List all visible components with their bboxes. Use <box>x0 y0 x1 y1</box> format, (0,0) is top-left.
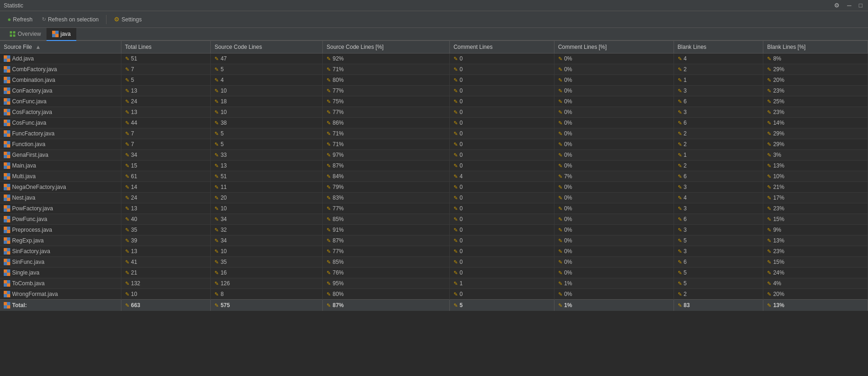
cell-source-code-lines-pct: ✎71% <box>322 139 449 150</box>
cell-comment-lines-pct: ✎0% <box>554 139 674 150</box>
table-row[interactable]: Preprocess.java ✎35 ✎32 ✎91% ✎0 ✎0% ✎3 ✎… <box>0 225 868 235</box>
col-blank-lines[interactable]: Blank Lines <box>674 41 763 54</box>
col-source-file[interactable]: Source File ▲ <box>0 41 121 54</box>
svg-rect-42 <box>4 144 7 148</box>
cell-source-file: CombFactory.java <box>0 64 121 75</box>
cell-blank-lines: ✎5 <box>674 268 763 278</box>
svg-rect-44 <box>4 152 7 155</box>
svg-rect-56 <box>4 184 7 187</box>
table-row[interactable]: Combination.java ✎5 ✎4 ✎80% ✎0 ✎0% ✎1 ✎2… <box>0 75 868 86</box>
cell-blank-lines-pct: ✎8% <box>763 54 868 64</box>
cell-blank-lines-pct: ✎29% <box>763 64 868 75</box>
cell-total-lines: ✎13 <box>121 86 211 96</box>
cell-source-code-lines-pct: ✎77% <box>322 86 449 96</box>
col-source-code-lines-pct[interactable]: Source Code Lines [%] <box>322 41 449 54</box>
cell-blank-lines-pct: ✎15% <box>763 257 868 268</box>
cell-blank-lines: ✎6 <box>674 96 763 107</box>
svg-rect-47 <box>7 155 10 158</box>
table-row[interactable]: Single.java ✎21 ✎16 ✎76% ✎0 ✎0% ✎5 ✎24% <box>0 268 868 278</box>
cell-source-file: SinFactory.java <box>0 246 121 257</box>
tab-java[interactable]: java <box>47 28 76 41</box>
svg-rect-45 <box>7 152 10 155</box>
cell-comment-lines-pct: ✎0% <box>554 214 674 225</box>
cell-comment-lines: ✎0 <box>449 257 554 268</box>
toolbar: ● Refresh ↻ Refresh on selection ⚙ Setti… <box>0 11 868 28</box>
table-row[interactable]: SinFactory.java ✎13 ✎10 ✎77% ✎0 ✎0% ✎3 ✎… <box>0 246 868 257</box>
cell-source-file: Main.java <box>0 161 121 171</box>
svg-rect-46 <box>4 155 7 158</box>
cell-source-code-lines: ✎10 <box>211 107 323 118</box>
table-row[interactable]: ConFactory.java ✎13 ✎10 ✎77% ✎0 ✎0% ✎3 ✎… <box>0 86 868 96</box>
cell-source-code-lines: ✎34 <box>211 214 323 225</box>
svg-rect-100 <box>4 302 7 305</box>
svg-rect-81 <box>7 248 10 251</box>
svg-rect-35 <box>7 123 10 126</box>
table-row[interactable]: PowFactory.java ✎13 ✎10 ✎77% ✎0 ✎0% ✎3 ✎… <box>0 203 868 214</box>
refresh-on-selection-button[interactable]: ↻ Refresh on selection <box>38 14 102 25</box>
overview-icon <box>9 31 16 37</box>
table-row[interactable]: Add.java ✎51 ✎47 ✎92% ✎0 ✎0% ✎4 ✎8% <box>0 54 868 64</box>
table-row[interactable]: Multi.java ✎61 ✎51 ✎84% ✎4 ✎7% ✎6 ✎10% <box>0 171 868 182</box>
svg-rect-96 <box>4 291 7 294</box>
refresh-label: Refresh <box>13 16 33 23</box>
cell-source-file: Combination.java <box>0 75 121 86</box>
settings-icon-title[interactable]: ⚙ <box>832 1 841 10</box>
settings-button[interactable]: ⚙ Settings <box>110 14 145 25</box>
table-row[interactable]: PowFunc.java ✎40 ✎34 ✎85% ✎0 ✎0% ✎6 ✎15% <box>0 214 868 225</box>
restore-btn[interactable]: □ <box>857 1 864 10</box>
cell-source-file: PowFunc.java <box>0 214 121 225</box>
cell-total-lines: ✎13 <box>121 246 211 257</box>
cell-blank-lines-pct: ✎14% <box>763 118 868 128</box>
table-footer-row: Total: ✎663 ✎575 ✎87% ✎5 ✎1% ✎83 ✎13% <box>0 300 868 311</box>
svg-rect-49 <box>7 162 10 166</box>
table-row[interactable]: CosFactory.java ✎13 ✎10 ✎77% ✎0 ✎0% ✎3 ✎… <box>0 107 868 118</box>
table-row[interactable]: Function.java ✎7 ✎5 ✎71% ✎0 ✎0% ✎2 ✎29% <box>0 139 868 150</box>
svg-rect-7 <box>55 34 59 37</box>
table-row[interactable]: GenaFirst.java ✎34 ✎33 ✎97% ✎0 ✎0% ✎1 ✎3… <box>0 150 868 161</box>
col-comment-lines[interactable]: Comment Lines <box>449 41 554 54</box>
cell-comment-lines-pct: ✎1% <box>554 278 674 289</box>
table-row[interactable]: SinFunc.java ✎41 ✎35 ✎85% ✎0 ✎0% ✎6 ✎15% <box>0 257 868 268</box>
table-row[interactable]: CombFactory.java ✎7 ✎5 ✎71% ✎0 ✎0% ✎2 ✎2… <box>0 64 868 75</box>
cell-total-lines: ✎7 <box>121 139 211 150</box>
tab-overview[interactable]: Overview <box>4 28 47 41</box>
cell-source-file: ConFunc.java <box>0 96 121 107</box>
cell-comment-lines: ✎0 <box>449 150 554 161</box>
svg-rect-43 <box>7 144 10 148</box>
svg-rect-39 <box>7 134 10 137</box>
svg-rect-73 <box>7 227 10 230</box>
table-row[interactable]: WrongFormat.java ✎10 ✎8 ✎80% ✎0 ✎0% ✎2 ✎… <box>0 289 868 300</box>
table-row[interactable]: CosFunc.java ✎44 ✎38 ✎86% ✎0 ✎0% ✎6 ✎14% <box>0 118 868 128</box>
cell-source-code-lines: ✎10 <box>211 86 323 96</box>
cell-blank-lines-pct: ✎23% <box>763 246 868 257</box>
cell-blank-lines-pct: ✎20% <box>763 289 868 300</box>
cell-source-code-lines-pct: ✎80% <box>322 75 449 86</box>
table-row[interactable]: NegaOneFactory.java ✎14 ✎11 ✎79% ✎0 ✎0% … <box>0 182 868 193</box>
table-header-row: Source File ▲ Total Lines Source Code Li… <box>0 41 868 54</box>
table-row[interactable]: RegExp.java ✎39 ✎34 ✎87% ✎0 ✎0% ✎5 ✎13% <box>0 235 868 246</box>
cell-blank-lines: ✎2 <box>674 64 763 75</box>
cell-source-code-lines: ✎11 <box>211 182 323 193</box>
svg-rect-58 <box>4 187 7 190</box>
col-total-lines[interactable]: Total Lines <box>121 41 211 54</box>
svg-rect-65 <box>7 205 10 208</box>
table-row[interactable]: Main.java ✎15 ✎13 ✎87% ✎0 ✎0% ✎2 ✎13% <box>0 161 868 171</box>
col-source-code-lines[interactable]: Source Code Lines <box>211 41 323 54</box>
table-row[interactable]: Nest.java ✎24 ✎20 ✎83% ✎0 ✎0% ✎4 ✎17% <box>0 193 868 203</box>
cell-blank-lines: ✎3 <box>674 86 763 96</box>
refresh-button[interactable]: ● Refresh <box>4 14 36 25</box>
minimize-btn[interactable]: ─ <box>845 1 853 10</box>
cell-source-file: WrongFormat.java <box>0 289 121 300</box>
svg-rect-74 <box>4 230 7 233</box>
svg-rect-103 <box>7 305 10 309</box>
cell-blank-lines-pct: ✎21% <box>763 182 868 193</box>
svg-rect-2 <box>10 34 12 37</box>
table-row[interactable]: ToComb.java ✎132 ✎126 ✎95% ✎1 ✎1% ✎5 ✎4% <box>0 278 868 289</box>
col-blank-lines-pct[interactable]: Blank Lines [%] <box>763 41 868 54</box>
cell-comment-lines: ✎0 <box>449 139 554 150</box>
cell-comment-lines: ✎0 <box>449 86 554 96</box>
table-row[interactable]: FuncFactory.java ✎7 ✎5 ✎71% ✎0 ✎0% ✎2 ✎2… <box>0 128 868 139</box>
cell-comment-lines-pct: ✎0% <box>554 86 674 96</box>
table-row[interactable]: ConFunc.java ✎24 ✎18 ✎75% ✎0 ✎0% ✎6 ✎25% <box>0 96 868 107</box>
col-comment-lines-pct[interactable]: Comment Lines [%] <box>554 41 674 54</box>
